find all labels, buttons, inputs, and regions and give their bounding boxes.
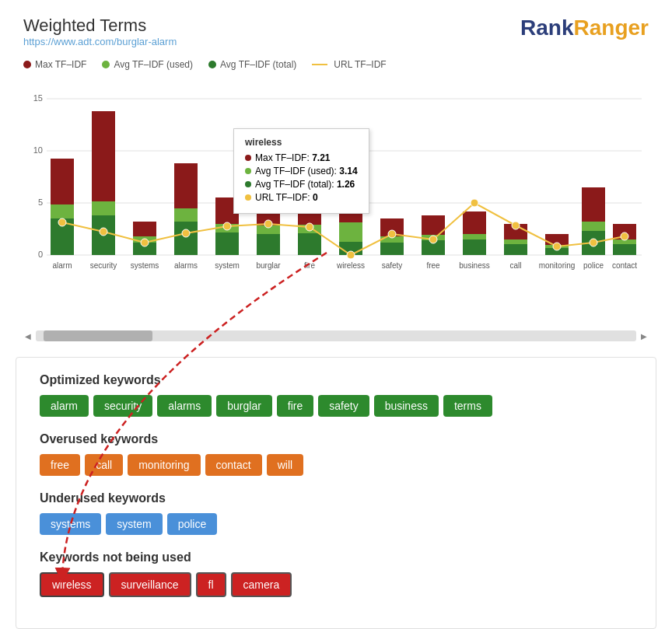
tooltip-dot-url <box>245 194 251 201</box>
legend-max-tfidf: Max TF–IDF <box>23 59 86 70</box>
svg-text:10: 10 <box>33 145 43 155</box>
url-dot-alarms <box>182 229 190 237</box>
tag-will[interactable]: will <box>267 454 303 476</box>
tag-alarm[interactable]: alarm <box>40 395 89 417</box>
legend-label-url: URL TF–IDF <box>334 59 386 70</box>
tag-camera[interactable]: camera <box>231 572 292 597</box>
scrollbar-thumb[interactable] <box>44 330 152 341</box>
tag-wireless[interactable]: wireless <box>40 572 104 597</box>
url-dot-alarm <box>58 218 66 226</box>
tag-business[interactable]: business <box>374 395 439 417</box>
legend-avg-total: Avg TF–IDF (total) <box>208 59 296 70</box>
tag-terms[interactable]: terms <box>443 395 492 417</box>
page-title: Weighted Terms <box>23 16 177 36</box>
url-dot-systems <box>141 239 149 246</box>
tooltip-label-used: Avg TF–IDF (used): 3.14 <box>255 166 358 176</box>
bar-fire-total <box>298 233 321 255</box>
url-dot-contact <box>621 232 628 240</box>
bar-alarms-total <box>174 222 198 255</box>
underused-keywords-title: Underused keywords <box>40 491 632 505</box>
url-dot-free <box>429 236 437 243</box>
svg-text:wireless: wireless <box>336 261 365 270</box>
underused-keywords-group: Underused keywords systems system police <box>40 491 632 535</box>
legend-line-url <box>312 64 327 65</box>
svg-text:safety: safety <box>382 261 403 270</box>
tag-police[interactable]: police <box>167 513 218 535</box>
svg-text:business: business <box>459 261 489 270</box>
title-block: Weighted Terms https://www.adt.com/burgl… <box>23 16 177 47</box>
svg-text:security: security <box>90 261 117 270</box>
tag-fire[interactable]: fire <box>277 395 313 417</box>
url-dot-police <box>590 239 597 246</box>
chart-scrollbar[interactable]: ◀ ▶ <box>23 330 649 341</box>
legend-avg-used: Avg TF–IDF (used) <box>102 59 193 70</box>
svg-text:monitoring: monitoring <box>539 261 576 270</box>
logo: RankRanger <box>520 16 649 40</box>
url-dot-safety <box>388 230 396 238</box>
tag-systems[interactable]: systems <box>40 513 101 535</box>
chart-wrapper: 15 10 5 0 alarm <box>23 82 646 330</box>
svg-text:0: 0 <box>38 250 43 259</box>
svg-text:burglar: burglar <box>256 261 281 270</box>
tooltip-label-total: Avg TF–IDF (total): 1.26 <box>255 179 355 190</box>
url-dot-burglar <box>264 220 272 228</box>
tooltip-row-url: URL TF–IDF: 0 <box>245 192 358 203</box>
tag-fl[interactable]: fl <box>196 572 226 597</box>
tooltip-row-max: Max TF–IDF: 7.21 <box>245 152 358 163</box>
underused-keywords-tags: systems system police <box>40 513 632 535</box>
tooltip-label-max: Max TF–IDF: 7.21 <box>255 152 330 163</box>
bar-business-total <box>463 239 486 255</box>
tag-alarms[interactable]: alarms <box>157 395 212 417</box>
legend-dot-max <box>23 61 31 68</box>
tag-security[interactable]: security <box>93 395 152 417</box>
tag-surveillance[interactable]: surveillance <box>109 572 191 597</box>
bar-contact-total <box>613 244 636 255</box>
not-used-keywords-title: Keywords not being used <box>40 550 632 564</box>
url-dot-security <box>100 228 107 236</box>
keywords-section: Optimized keywords alarm security alarms… <box>16 357 656 629</box>
url-dot-business <box>471 199 478 207</box>
svg-text:15: 15 <box>33 93 43 103</box>
tag-safety[interactable]: safety <box>318 395 369 417</box>
tag-monitoring[interactable]: monitoring <box>128 454 200 476</box>
header: Weighted Terms https://www.adt.com/burgl… <box>0 0 672 55</box>
tag-contact[interactable]: contact <box>205 454 262 476</box>
scrollbar-track[interactable] <box>36 330 636 341</box>
tag-free[interactable]: free <box>40 454 80 476</box>
bar-system-total <box>215 232 239 255</box>
chart-container: 15 10 5 0 alarm <box>0 78 672 349</box>
chart-tooltip: wireless Max TF–IDF: 7.21 Avg TF–IDF (us… <box>233 128 369 214</box>
tag-burglar[interactable]: burglar <box>216 395 272 417</box>
overused-keywords-title: Overused keywords <box>40 432 632 446</box>
logo-accent: Ranger <box>574 16 649 40</box>
url-dot-call <box>512 222 520 229</box>
svg-text:call: call <box>509 261 521 270</box>
svg-text:system: system <box>215 261 240 270</box>
tooltip-dot-used <box>245 168 251 174</box>
tooltip-row-used: Avg TF–IDF (used): 3.14 <box>245 166 358 176</box>
bar-burglar-total <box>257 234 280 255</box>
legend-url-tfidf: URL TF–IDF <box>312 59 386 70</box>
tooltip-row-total: Avg TF–IDF (total): 1.26 <box>245 179 358 190</box>
page: Weighted Terms https://www.adt.com/burgl… <box>0 0 672 629</box>
bar-call-total <box>504 244 527 255</box>
scroll-right-arrow[interactable]: ▶ <box>639 332 649 341</box>
overused-keywords-group: Overused keywords free call monitoring c… <box>40 432 632 476</box>
tag-system[interactable]: system <box>106 513 162 535</box>
svg-text:alarms: alarms <box>174 261 198 270</box>
page-url[interactable]: https://www.adt.com/burglar-alarm <box>23 36 177 47</box>
tooltip-dot-total <box>245 181 251 187</box>
url-dot-monitoring <box>553 243 561 250</box>
tooltip-dot-max <box>245 155 251 161</box>
scroll-left-arrow[interactable]: ◀ <box>23 332 33 341</box>
bar-safety-total <box>380 243 404 255</box>
tag-call[interactable]: call <box>85 454 123 476</box>
overused-keywords-tags: free call monitoring contact will <box>40 454 632 476</box>
chart-legend: Max TF–IDF Avg TF–IDF (used) Avg TF–IDF … <box>0 55 672 78</box>
legend-label-avg-total: Avg TF–IDF (total) <box>220 59 296 70</box>
url-dot-system <box>223 222 231 230</box>
url-dot-fire <box>306 223 313 231</box>
optimized-keywords-group: Optimized keywords alarm security alarms… <box>40 373 632 417</box>
svg-text:systems: systems <box>131 261 159 270</box>
tooltip-label-url: URL TF–IDF: 0 <box>255 192 318 203</box>
